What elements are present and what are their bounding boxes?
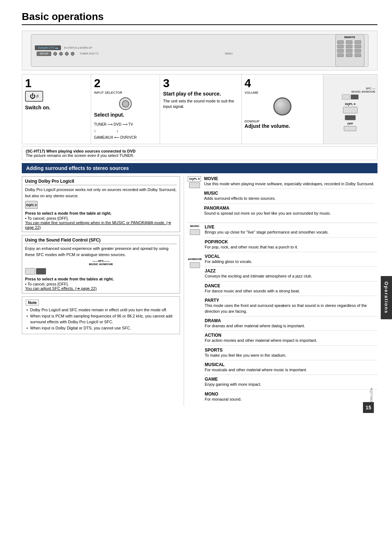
input-selector-icon (119, 97, 132, 110)
note-item: When input is Dolby Digital or DTS, you … (26, 325, 176, 331)
mode-entry: POP/ROCKFor pop, rock, and other music t… (205, 239, 377, 252)
mode-entry: DRAMAFor dramas and other material where… (205, 318, 377, 331)
mode-entry: ACTIONFor action movies and other materi… (205, 333, 377, 345)
steps-container: 1 ⏻ /I Switch on. 2 INPUT SELECTOR Selec… (22, 74, 377, 144)
mode-desc: Enjoy gaming with more impact. (205, 382, 377, 387)
mode-desc: For monaural sound. (205, 397, 377, 402)
input-selector-label: INPUT SELECTOR (94, 91, 122, 94)
step-4-title: Adjust the volume. (245, 123, 290, 129)
step-1-number: 1 (25, 77, 32, 89)
dppl-icon: DQPL II (188, 176, 201, 188)
mode-desc: For musicals and other material where mu… (205, 367, 377, 373)
mode-name: DANCE (205, 283, 377, 288)
dolby-panel-title: Using Dolby Pro LogicII (25, 179, 177, 185)
volume-arrows: DOWN UP (245, 119, 260, 123)
operations-tab: Operations (381, 276, 392, 319)
note-item: Dolby Pro LogicII and SFC modes remain i… (26, 307, 176, 313)
caption-text: The picture remains on the screen even i… (26, 153, 134, 158)
dolby-panel-content: Dolby Pro LogicII processor works not on… (25, 187, 177, 199)
note-title: Note (26, 300, 39, 305)
mode-desc: Sound is spread out more so you feel lik… (204, 211, 374, 216)
step-3: 3 Start play of the source. The unit set… (160, 74, 242, 144)
dolby-link: You can make fine surround settings when… (25, 220, 177, 230)
mode-entry: MOVIEUse this mode when playing movie so… (204, 176, 374, 189)
mode-entry: MUSICAdds surround effects to stereo sou… (204, 191, 374, 203)
dolby-panel: Using Dolby Pro LogicII Dolby Pro LogicI… (22, 176, 180, 232)
remote-buttons-area: SFC —MUSIC AV/MOVIE DQPL II OFF (323, 74, 377, 144)
device-btn3 (71, 52, 74, 56)
mode-desc: For dance music and other sounds with a … (205, 288, 377, 294)
mode-entry: MUSICALFor musicals and other material w… (205, 362, 377, 375)
caption-title: (SC-HT17) When playing video sources con… (26, 149, 136, 153)
sfc-right-indicator: MUSIC AV/MOVIE LIVEBrings you up close f… (188, 224, 377, 406)
mode-name: VOCAL (205, 254, 377, 259)
dppl-right-indicator: DQPL II MOVIEUse this mode when playing … (188, 176, 377, 220)
device-image: Dolby⊕ DTS ▬ IN STATUS ● DOWN UP SETUP T… (22, 31, 377, 70)
step-3-content: The unit sets the sound mode to suit the… (163, 98, 238, 110)
step-2-title: Select input. (94, 112, 124, 118)
mode-name: POP/ROCK (205, 239, 377, 244)
step-4: 4 VOLUME DOWN UP Adjust the volume. (242, 74, 323, 144)
sfc-panel: Using the Sound Field Control (SFC) Enjo… (22, 235, 180, 293)
dppl-button: DQPL II (25, 201, 38, 209)
page-title: Basic operations (22, 11, 377, 25)
remote-control-image: REMOTE (335, 34, 364, 67)
sfc-btn-avmovie (36, 268, 46, 275)
mode-entry: LIVEBrings you up close for "live" stage… (205, 224, 377, 237)
device-btn1 (59, 52, 63, 56)
mode-name: GAME (205, 377, 377, 382)
dolby-cancel-note: To cancel, press [OFF]. (25, 216, 177, 220)
mode-desc: Use this mode when playing movie softwar… (204, 181, 374, 187)
mode-desc: Adds surround effects to stereo sources. (204, 196, 374, 201)
mode-desc: For dramas and other material where dial… (205, 323, 377, 329)
mode-entry: MONOFor monaural sound. (205, 392, 377, 404)
step-1-title: Switch on. (25, 105, 50, 110)
right-col-group1: MOVIEUse this mode when playing movie so… (204, 176, 374, 218)
mode-name: MONO (205, 392, 377, 397)
sfc-button-label: ——SFC——MUSIC AV/MOVIE (25, 259, 177, 266)
sfc-btn-music (25, 268, 35, 275)
note-box: Note Dolby Pro LogicII and SFC modes rem… (22, 296, 180, 334)
device-btn2 (65, 52, 69, 56)
mode-name: DRAMA (205, 318, 377, 323)
mode-entry: PARTYThis mode uses the front and surrou… (205, 298, 377, 316)
surround-left-col: Using Dolby Pro LogicII Dolby Pro LogicI… (22, 176, 180, 406)
mode-desc: Conveys the exciting and intimate atmosp… (205, 274, 377, 279)
sfc-panel-content: Enjoy an enhanced sound experience with … (25, 246, 177, 258)
step-2: 2 INPUT SELECTOR Select input. TUNER ⟶ D… (91, 74, 160, 144)
sfc-mode-icons: MUSIC AV/MOVIE (188, 224, 202, 268)
sfc-button-container: ——SFC——MUSIC AV/MOVIE (25, 259, 177, 275)
dolby-press-instruction: Press to select a mode from the table at… (25, 211, 177, 215)
mode-entry: JAZZConveys the exciting and intimate at… (205, 268, 377, 281)
surround-section-header: Adding surround effects to stereo source… (22, 163, 377, 173)
step-3-title: Start play of the source. (163, 91, 221, 97)
mode-name: JAZZ (205, 268, 377, 274)
mode-name: ACTION (205, 333, 377, 338)
mode-desc: Brings you up close for "live" stage per… (205, 230, 377, 235)
surround-two-col: Using Dolby Pro LogicII Dolby Pro LogicI… (22, 176, 377, 406)
device-display-text: Dolby⊕ DTS ▬ (35, 45, 61, 50)
surround-right-col: DQPL II MOVIEUse this mode when playing … (184, 176, 377, 406)
page-number: 15 (363, 402, 374, 413)
mode-desc: For pop, rock, and other music that has … (205, 244, 377, 250)
power-button-icon: ⏻ /I (25, 91, 43, 102)
sfc-press-instruction: Press to select a mode from the tables a… (25, 277, 177, 281)
step-2-number: 2 (94, 77, 101, 89)
step-4-number: 4 (245, 77, 251, 89)
device-power-indicator (53, 52, 57, 56)
sfc-cancel-note: To cancel, press [OFF]. (25, 282, 177, 286)
mode-name: LIVE (205, 224, 377, 230)
sfc-link: You can adjust SFC effects. (➜ page 22) (25, 286, 177, 291)
mode-name: PANORAMA (204, 206, 374, 211)
sfc-panel-title: Using the Sound Field Control (SFC) (25, 238, 177, 244)
volume-label: VOLUME (245, 91, 258, 94)
setup-button: SETUP (37, 52, 51, 56)
right-col-group2: LIVEBrings you up close for "live" stage… (205, 224, 377, 404)
mode-name: MUSIC (204, 191, 374, 196)
sfc-right-modes: LIVEBrings you up close for "live" stage… (205, 224, 377, 406)
sfc-buttons (25, 268, 177, 275)
mode-desc: For adding gloss to vocals. (205, 259, 377, 264)
mode-entry: DANCEFor dance music and other sounds wi… (205, 283, 377, 296)
mode-name: SPORTS (205, 348, 377, 353)
mode-entry: PANORAMASound is spread out more so you … (204, 206, 374, 218)
